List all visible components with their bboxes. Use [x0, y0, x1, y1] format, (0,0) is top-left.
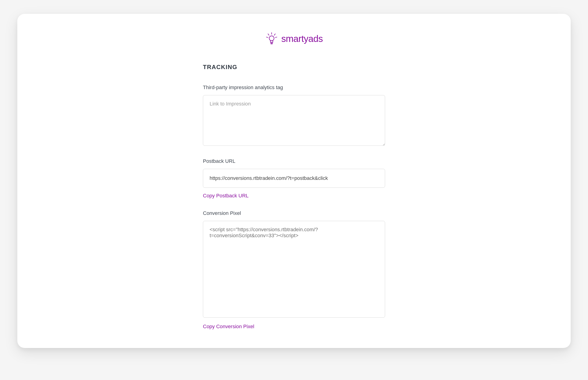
postback-input[interactable]	[203, 169, 385, 188]
brand-logo: smartyads	[265, 32, 323, 45]
pixel-group: Conversion Pixel Copy Conversion Pixel	[203, 210, 385, 330]
brand-name: smartyads	[281, 34, 323, 44]
lightbulb-icon	[265, 32, 278, 45]
impression-label: Third-party impression analytics tag	[203, 85, 385, 91]
copy-postback-button[interactable]: Copy Postback URL	[203, 193, 249, 199]
postback-group: Postback URL Copy Postback URL	[203, 158, 385, 199]
svg-point-5	[269, 36, 274, 41]
logo-container: smartyads	[36, 32, 552, 45]
svg-line-1	[268, 34, 269, 35]
svg-line-4	[275, 37, 277, 38]
pixel-input[interactable]	[203, 221, 385, 318]
main-card: smartyads TRACKING Third-party impressio…	[17, 14, 571, 348]
copy-pixel-button[interactable]: Copy Conversion Pixel	[203, 323, 254, 330]
svg-line-3	[266, 37, 268, 38]
svg-line-2	[274, 34, 275, 35]
postback-label: Postback URL	[203, 158, 385, 164]
pixel-label: Conversion Pixel	[203, 210, 385, 216]
impression-input[interactable]	[203, 95, 385, 146]
tracking-section: TRACKING Third-party impression analytic…	[203, 64, 385, 330]
section-title: TRACKING	[203, 64, 385, 71]
impression-group: Third-party impression analytics tag	[203, 85, 385, 147]
